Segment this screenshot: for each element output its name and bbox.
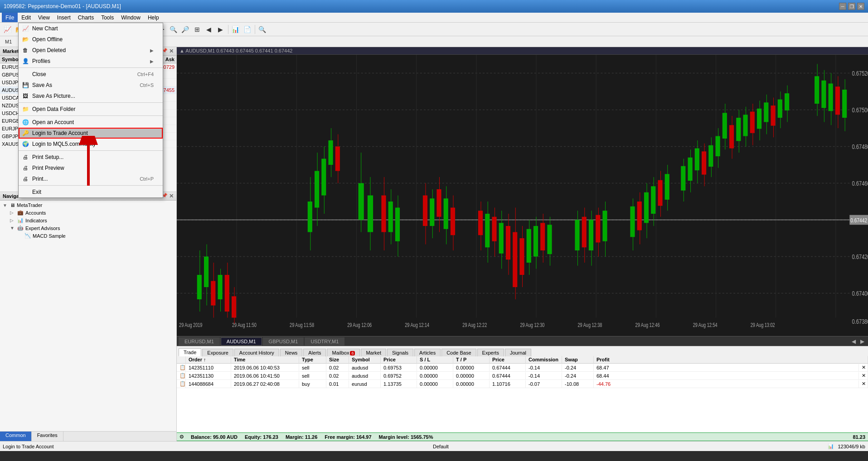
menu-tools[interactable]: Tools xyxy=(97,13,117,22)
th-swap[interactable]: Swap xyxy=(562,356,594,363)
menu-save-as[interactable]: 💾 Save As Ctrl+S xyxy=(19,80,163,91)
th-price2[interactable]: Price xyxy=(490,356,526,363)
nav-tab-favorites[interactable]: Favorites xyxy=(32,432,63,441)
tab-codebase[interactable]: Code Base xyxy=(441,349,476,356)
toolbar-template[interactable]: 📄 xyxy=(242,24,253,35)
nav-item-metatrader[interactable]: ▼ 🖥 MetaTrader xyxy=(1,202,175,209)
bottom-content: Order ↑ Time Type Size Symbol Price S / … xyxy=(177,356,868,441)
toolbar-period-sep[interactable]: ⊞ xyxy=(192,24,203,35)
menu-login-mql5[interactable]: 🌍 Login to MQL5.community xyxy=(19,139,163,149)
close-button[interactable]: ✕ xyxy=(857,3,864,10)
svg-rect-152 xyxy=(764,102,768,122)
tab-journal[interactable]: Journal xyxy=(505,349,531,356)
th-tp[interactable]: T / P xyxy=(453,356,490,363)
tf-m1[interactable]: M1 xyxy=(2,38,15,46)
tab-account-history[interactable]: Account History xyxy=(234,349,279,356)
menu-profiles[interactable]: 👤 Profiles ▶ xyxy=(19,56,163,67)
th-commission[interactable]: Commission xyxy=(526,356,562,363)
toolbar-scroll-left[interactable]: ◀ xyxy=(204,24,214,35)
row-close-1[interactable]: ✕ xyxy=(859,364,868,371)
menu-print[interactable]: 🖨 Print... Ctrl+P xyxy=(19,173,163,184)
tab-mailbox[interactable]: Mailbox6 xyxy=(327,349,360,356)
table-row[interactable]: 📋 142351130 2019.06.06 10:41:50 sell 0.0… xyxy=(177,372,868,380)
svg-rect-46 xyxy=(197,275,202,299)
th-size[interactable]: Size xyxy=(326,356,349,363)
menu-insert[interactable]: Insert xyxy=(53,13,74,22)
chart-tab-audusd[interactable]: AUDUSD,M1 xyxy=(221,337,262,346)
menu-window[interactable]: Window xyxy=(117,13,144,22)
profiles-icon: 👤 xyxy=(21,57,29,65)
menu-new-chart[interactable]: 📈 New Chart xyxy=(19,23,163,34)
svg-rect-58 xyxy=(308,202,312,232)
tab-experts[interactable]: Experts xyxy=(477,349,504,356)
nav-item-expert-advisors[interactable]: ▼ 🤖 Expert Advisors xyxy=(1,224,175,232)
tab-market[interactable]: Market xyxy=(361,349,386,356)
chart-scroll-right[interactable]: ▶ xyxy=(858,337,866,346)
toolbar-indicator[interactable]: 📊 xyxy=(230,24,241,35)
tab-exposure[interactable]: Exposure xyxy=(202,349,233,356)
chart-scroll-left[interactable]: ◀ xyxy=(850,337,858,346)
trade-area: Order ↑ Time Type Size Symbol Price S / … xyxy=(177,356,868,432)
menu-file[interactable]: File xyxy=(2,13,18,22)
nav-item-indicators[interactable]: ▷ 📊 Indicators xyxy=(1,216,175,224)
menu-open-offline[interactable]: 📂 Open Offline xyxy=(19,34,163,45)
th-symbol[interactable]: Symbol xyxy=(349,356,381,363)
tab-signals[interactable]: Signals xyxy=(387,349,413,356)
save-as-icon: 💾 xyxy=(21,81,29,89)
svg-rect-142 xyxy=(729,125,734,148)
svg-rect-80 xyxy=(444,198,448,229)
tab-alerts[interactable]: Alerts xyxy=(303,349,326,356)
row-close-3[interactable]: ✕ xyxy=(859,380,868,388)
th-time[interactable]: Time xyxy=(231,356,299,363)
toolbar-zoom-out[interactable]: 🔎 xyxy=(180,24,191,35)
tab-news[interactable]: News xyxy=(280,349,303,356)
toolbar-new-chart-icon[interactable]: 📈 xyxy=(2,24,13,35)
th-price[interactable]: Price xyxy=(381,356,417,363)
svg-rect-134 xyxy=(702,151,706,174)
chart-canvas[interactable]: 0.67520 0.67500 0.67480 0.67460 0.67442 … xyxy=(177,55,868,336)
menu-sep1 xyxy=(19,67,163,68)
th-order[interactable]: Order ↑ xyxy=(186,356,231,363)
toolbar-scroll-right[interactable]: ▶ xyxy=(215,24,226,35)
menu-open-data-folder[interactable]: 📁 Open Data Folder xyxy=(19,104,163,115)
menu-help[interactable]: Help xyxy=(144,13,163,22)
table-row[interactable]: 📋 142351110 2019.06.06 10:40:53 sell 0.0… xyxy=(177,364,868,372)
menu-charts[interactable]: Charts xyxy=(74,13,97,22)
restore-button[interactable]: ❐ xyxy=(848,3,855,10)
menu-login-trade[interactable]: 🔑 Login to Trade Account xyxy=(19,128,163,139)
chart-tab-usdtry[interactable]: USDTRY,M1 xyxy=(305,337,344,346)
right-area: ▲ AUDUSD,M1 0.67443 0.67445 0.67441 0.67… xyxy=(177,47,868,441)
menu-exit[interactable]: Exit xyxy=(19,187,163,197)
toolbar-search[interactable]: 🔍 xyxy=(257,24,268,35)
menu-save-as-picture[interactable]: 🖼 Save As Picture... xyxy=(19,91,163,101)
menu-print-preview[interactable]: 🖨 Print Preview xyxy=(19,163,163,173)
tab-trade[interactable]: Trade xyxy=(179,348,201,356)
navigator-close[interactable]: ✕ xyxy=(169,193,174,199)
nav-item-macd[interactable]: 📉 MACD Sample xyxy=(1,232,175,240)
th-sl[interactable]: S / L xyxy=(417,356,453,363)
table-row[interactable]: 📋 144088684 2019.06.27 02:40:08 buy 0.01… xyxy=(177,380,868,388)
equity-label: Equity: 176.23 xyxy=(245,434,278,440)
market-watch-close[interactable]: ✕ xyxy=(169,48,174,54)
menu-open-deleted[interactable]: 🗑 Open Deleted ▶ xyxy=(19,45,163,56)
row-close-2[interactable]: ✕ xyxy=(859,372,868,379)
svg-rect-96 xyxy=(519,238,524,275)
nav-tab-common[interactable]: Common xyxy=(0,432,32,441)
status-right: 123046/9 kb xyxy=(838,444,865,449)
chart-tab-gbpusd[interactable]: GBPUSD,M1 xyxy=(263,337,304,346)
menu-close[interactable]: Close Ctrl+F4 xyxy=(19,69,163,80)
th-profit[interactable]: Profit xyxy=(594,356,868,363)
menu-print-setup[interactable]: 🖨 Print Setup... xyxy=(19,152,163,163)
toolbar-zoom-in[interactable]: 🔍 xyxy=(168,24,179,35)
minimize-button[interactable]: ─ xyxy=(839,3,846,10)
chart-tab-eurusd[interactable]: EURUSD,M1 xyxy=(179,337,220,346)
print-preview-icon: 🖨 xyxy=(21,164,29,172)
nav-item-accounts[interactable]: ▷ 💼 Accounts xyxy=(1,209,175,216)
menu-open-account[interactable]: 🌐 Open an Account xyxy=(19,117,163,128)
svg-rect-70 xyxy=(388,202,393,232)
menu-view[interactable]: View xyxy=(34,13,53,22)
th-type[interactable]: Type xyxy=(299,356,326,363)
menu-edit[interactable]: Edit xyxy=(18,13,34,22)
tab-articles[interactable]: Articles xyxy=(414,349,441,356)
menu-bar: File Edit View Insert Charts Tools Windo… xyxy=(0,13,868,23)
